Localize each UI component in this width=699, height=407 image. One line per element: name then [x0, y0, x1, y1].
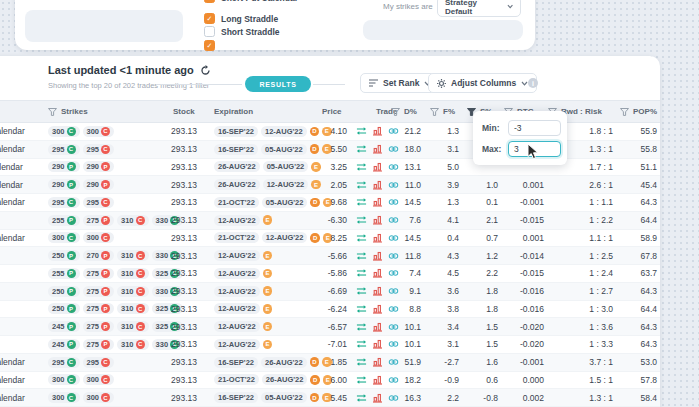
short-leg-icon: P — [101, 304, 110, 313]
chart-icon[interactable] — [372, 303, 383, 315]
funnel-icon[interactable] — [48, 108, 57, 116]
strike-value: 310 — [121, 216, 134, 225]
swap-icon[interactable] — [356, 196, 367, 208]
price-cell: -6.24 — [300, 301, 347, 318]
checkbox-checked-icon[interactable]: ✓ — [204, 13, 215, 24]
long-leg-icon: C — [67, 127, 76, 136]
table-row[interactable]: Iron Condor255P275P310C330C293.1312-AUG'… — [0, 212, 660, 230]
table-row[interactable]: Long Call Calendar300C300C293.1316-SEP'2… — [0, 389, 660, 407]
chart-icon — [372, 375, 383, 385]
swap-icon[interactable] — [356, 321, 367, 333]
info-icon[interactable]: i — [528, 78, 538, 88]
chart-icon[interactable] — [372, 250, 383, 262]
chart-icon[interactable] — [372, 392, 383, 404]
expiration-pill: 12-AUG'22 — [214, 268, 260, 279]
strike-pill: 300C — [83, 374, 115, 385]
price-cell: 5.45 — [300, 389, 347, 406]
chart-icon[interactable] — [372, 285, 383, 297]
checkbox-unchecked-icon[interactable] — [204, 26, 215, 37]
funnel-icon[interactable] — [620, 108, 629, 116]
swap-icon[interactable] — [356, 392, 367, 404]
short-leg-icon: C — [136, 216, 145, 225]
chart-icon[interactable] — [372, 356, 383, 368]
swap-icon[interactable] — [356, 125, 367, 137]
s-percent-cell: 1.0 — [462, 176, 498, 193]
strategy-cell: Long Call Calendar — [0, 123, 25, 140]
strike-value: 310 — [121, 340, 134, 349]
d-percent-cell: 7.6 — [385, 212, 421, 229]
chart-icon[interactable] — [372, 214, 383, 226]
strike-value: 275 — [87, 322, 100, 331]
swap-icon[interactable] — [356, 285, 367, 297]
strike-pill: 310C — [117, 303, 149, 314]
expiration-pill: 12-AUG'22 — [214, 250, 260, 261]
reward-risk-cell: 1.1 : 1 — [558, 230, 613, 247]
swap-icon[interactable] — [356, 374, 367, 386]
table-row[interactable]: Iron Condor250P275P310C325C293.1312-AUG'… — [0, 301, 660, 319]
table-row[interactable]: Iron Condor245P275P310C330C293.1312-AUG'… — [0, 336, 660, 354]
stock-price-cell: 293.13 — [150, 141, 197, 158]
long-leg-icon: P — [67, 322, 76, 331]
adjust-columns-button[interactable]: Adjust Columns — [428, 73, 537, 93]
funnel-icon[interactable] — [391, 108, 400, 116]
table-row[interactable]: Long Call Calendar300C300C293.1321-OCT'2… — [0, 230, 660, 248]
min-input[interactable] — [508, 120, 561, 136]
swap-icon — [356, 357, 367, 367]
column-header-strikes: Strikes — [48, 101, 88, 122]
table-row[interactable]: Iron Condor250P275P310C330C293.1312-AUG'… — [0, 283, 660, 301]
refresh-icon[interactable] — [200, 65, 211, 76]
table-row[interactable]: Long Call Calendar295C295C293.1321-OCT'2… — [0, 194, 660, 212]
table-row[interactable]: Iron Condor255P275P310C325C293.1312-AUG'… — [0, 265, 660, 283]
chart-icon[interactable] — [372, 143, 383, 155]
swap-icon[interactable] — [356, 214, 367, 226]
dtc-cell: -0.015 — [498, 265, 544, 282]
table-row[interactable]: Iron Condor245P275P310C325C293.1312-AUG'… — [0, 318, 660, 336]
strikes-cell: 290P290P — [48, 159, 114, 176]
chart-icon[interactable] — [372, 196, 383, 208]
table-row[interactable]: Long Put Calendar290P290P293.1326-AUG'22… — [0, 176, 660, 194]
strike-value: 300 — [52, 375, 65, 384]
swap-icon[interactable] — [356, 250, 367, 262]
strategy-option[interactable]: ✓ — [204, 40, 221, 51]
strikes-default-dropdown[interactable]: Strategy Default — [437, 0, 521, 17]
chart-icon[interactable] — [372, 232, 383, 244]
checkbox-checked-icon[interactable]: ✓ — [204, 40, 215, 51]
chart-icon — [372, 304, 383, 314]
strategy-option[interactable]: ✓Short Put Calendar — [204, 0, 298, 3]
d-percent-cell: 14.5 — [385, 230, 421, 247]
strike-pill: 300C — [83, 232, 115, 243]
chart-icon[interactable] — [372, 267, 383, 279]
chart-icon[interactable] — [372, 374, 383, 386]
swap-icon[interactable] — [356, 338, 367, 350]
d-percent-cell: 21.2 — [385, 123, 421, 140]
strategy-option[interactable]: Short Straddle — [204, 26, 280, 37]
expiration-cell: 12-AUG'22E — [214, 301, 272, 318]
swap-icon[interactable] — [356, 143, 367, 155]
swap-icon[interactable] — [356, 356, 367, 368]
swap-icon[interactable] — [356, 303, 367, 315]
chart-icon[interactable] — [372, 338, 383, 350]
expiration-pill: 12-AUG'22 — [214, 339, 260, 350]
funnel-icon[interactable] — [430, 108, 439, 116]
f-percent-cell: 3.6 — [423, 283, 459, 300]
strategy-cell: Long Call Calendar — [0, 372, 25, 389]
swap-icon[interactable] — [356, 161, 367, 173]
strategy-option[interactable]: ✓Long Straddle — [204, 13, 278, 24]
checkbox-checked-icon[interactable]: ✓ — [204, 0, 215, 3]
chart-icon[interactable] — [372, 125, 383, 137]
table-row[interactable]: Long Call Calendar295C295C293.1316-SEP'2… — [0, 354, 660, 372]
results-button[interactable]: RESULTS — [245, 76, 311, 92]
chart-icon — [372, 322, 383, 332]
swap-icon[interactable] — [356, 232, 367, 244]
pop-percent-cell: 53.0 — [612, 354, 657, 371]
chart-icon[interactable] — [372, 179, 383, 191]
swap-icon[interactable] — [356, 267, 367, 279]
table-row[interactable]: Long Call Calendar300C300C293.1321-OCT'2… — [0, 372, 660, 390]
f-percent-cell: 4.3 — [423, 247, 459, 264]
pop-percent-cell: 64.4 — [612, 301, 657, 318]
chart-icon[interactable] — [372, 161, 383, 173]
strike-pill: 250P — [48, 286, 80, 297]
chart-icon[interactable] — [372, 321, 383, 333]
swap-icon[interactable] — [356, 179, 367, 191]
table-row[interactable]: Iron Condor250P270P310C330C293.1312-AUG'… — [0, 247, 660, 265]
